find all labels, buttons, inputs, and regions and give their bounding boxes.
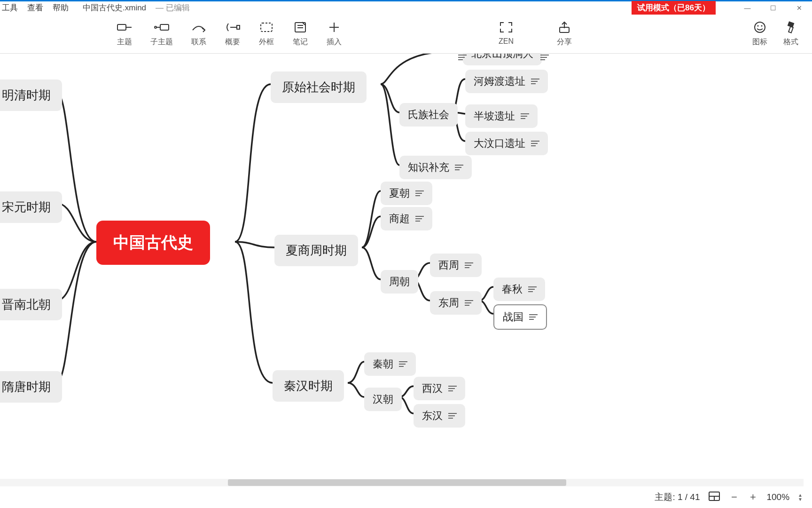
node-label: 夏商周时期 — [286, 242, 347, 259]
svg-rect-7 — [261, 23, 272, 32]
format-button[interactable]: 格式 — [783, 20, 799, 47]
node-banpo[interactable]: 半坡遗址 — [465, 104, 538, 128]
node-mingqing[interactable]: 明清时期 — [0, 79, 62, 111]
notes-icon — [465, 262, 473, 268]
note-button[interactable]: 笔记 — [292, 20, 308, 47]
node-label: 北京山顶洞人 — [471, 54, 533, 61]
zoom-level: 100% — [766, 492, 789, 502]
zen-label: ZEN — [499, 37, 514, 46]
notes-icon — [531, 141, 539, 146]
node-label: 氏族社会 — [408, 108, 449, 122]
horizontal-scrollbar-thumb[interactable] — [228, 479, 566, 486]
insert-button[interactable]: 插入 — [326, 20, 342, 47]
share-button[interactable]: 分享 — [556, 20, 572, 47]
node-songyuan[interactable]: 宋元时期 — [0, 191, 62, 223]
notes-icon — [528, 286, 537, 292]
menu-tools[interactable]: 工具 — [2, 2, 18, 13]
node-xia[interactable]: 夏朝 — [381, 182, 432, 205]
notes-icon — [415, 216, 424, 222]
summary-button[interactable]: 概要 — [225, 20, 241, 47]
relation-button[interactable]: 联系 — [191, 20, 207, 47]
notes-icon — [531, 79, 539, 84]
svg-point-17 — [761, 25, 763, 27]
subtopic-button[interactable]: 子主题 — [150, 20, 173, 47]
notes-icon — [448, 386, 457, 391]
menu-help[interactable]: 帮助 — [53, 2, 69, 13]
topic-icon — [117, 20, 133, 34]
format-icon — [783, 20, 799, 34]
node-label: 河姆渡遗址 — [474, 74, 525, 88]
notes-icon — [529, 314, 538, 320]
summary-icon — [225, 20, 241, 34]
node-label: 东周 — [438, 296, 459, 310]
menu-bar: 工具 查看 帮助 中国古代史.xmind — 已编辑 — [0, 2, 190, 13]
zoom-stepper-icon[interactable]: ▲▼ — [798, 493, 803, 501]
node-label: 秦汉时期 — [284, 378, 333, 394]
node-qin[interactable]: 秦朝 — [364, 352, 416, 376]
node-jinnanbei[interactable]: 晋南北朝 — [0, 289, 62, 320]
outline-icon[interactable] — [708, 491, 720, 504]
smiley-icon — [752, 20, 768, 34]
node-primitive[interactable]: 原始社会时期 — [271, 71, 367, 103]
node-label: 晋南北朝 — [2, 296, 51, 313]
minimize-button[interactable]: — — [734, 2, 760, 14]
insert-icon — [326, 20, 342, 34]
node-label: 知识补充 — [408, 160, 449, 175]
node-label: 宋元时期 — [2, 199, 51, 215]
node-chunqiu[interactable]: 春秋 — [493, 278, 545, 301]
menu-view[interactable]: 查看 — [27, 2, 43, 13]
topic-label: 主题 — [117, 37, 132, 47]
horizontal-scrollbar[interactable] — [0, 479, 804, 486]
node-xihan[interactable]: 西汉 — [414, 377, 465, 400]
close-button[interactable]: ✕ — [786, 2, 812, 14]
boundary-button[interactable]: 外框 — [258, 20, 274, 47]
topic-button[interactable]: 主题 — [117, 20, 133, 47]
node-qinhan[interactable]: 秦汉时期 — [273, 370, 344, 402]
notes-icon — [540, 54, 549, 60]
zen-button[interactable]: ZEN — [498, 20, 514, 47]
node-label: 半坡遗址 — [474, 109, 515, 123]
title-bar: 工具 查看 帮助 中国古代史.xmind — 已编辑 试用模式（已86天） — … — [0, 0, 812, 14]
node-label: 西汉 — [422, 381, 443, 396]
mindmap-canvas[interactable]: 明清时期 宋元时期 晋南北朝 隋唐时期 中国古代史 原始社会时期 夏商周时期 秦… — [0, 54, 812, 486]
svg-rect-0 — [117, 24, 126, 30]
svg-point-15 — [755, 22, 765, 32]
node-zhou[interactable]: 周朝 — [381, 270, 418, 294]
format-label: 格式 — [783, 37, 798, 47]
node-dongzhou[interactable]: 东周 — [430, 291, 482, 315]
zoom-out-button[interactable]: − — [729, 491, 739, 503]
node-label: 东汉 — [422, 409, 443, 423]
node-beijing[interactable]: 北京山顶洞人 — [463, 54, 542, 65]
node-donghan[interactable]: 东汉 — [414, 404, 465, 428]
node-label: 西周 — [438, 258, 459, 272]
node-clan[interactable]: 氏族社会 — [399, 103, 458, 127]
node-label: 中国古代史 — [113, 232, 193, 254]
node-knowledge[interactable]: 知识补充 — [399, 156, 472, 179]
node-shang[interactable]: 商超 — [381, 207, 432, 230]
node-dawenkou[interactable]: 大汶口遗址 — [465, 132, 548, 155]
share-icon — [556, 20, 572, 34]
node-xizhou[interactable]: 西周 — [430, 254, 482, 277]
node-suitang[interactable]: 隋唐时期 — [0, 371, 62, 403]
node-han[interactable]: 汉朝 — [364, 388, 402, 411]
boundary-icon — [258, 20, 274, 34]
notes-icon — [448, 413, 457, 419]
node-label: 明清时期 — [2, 87, 51, 103]
icon-panel-button[interactable]: 图标 — [752, 20, 768, 47]
summary-label: 概要 — [225, 37, 240, 47]
node-xiashangzhou[interactable]: 夏商周时期 — [274, 235, 358, 266]
node-zhanguo[interactable]: 战国 — [493, 304, 547, 330]
node-label: 战国 — [503, 310, 523, 324]
notes-icon — [521, 113, 529, 119]
zoom-in-button[interactable]: + — [748, 491, 758, 503]
note-label: 笔记 — [293, 37, 308, 47]
file-name: 中国古代史.xmind — [83, 2, 146, 13]
share-label: 分享 — [557, 37, 572, 47]
node-hemudu[interactable]: 河姆渡遗址 — [465, 70, 548, 93]
node-central[interactable]: 中国古代史 — [96, 221, 210, 265]
node-label: 周朝 — [389, 275, 410, 289]
maximize-button[interactable]: ☐ — [760, 2, 786, 14]
node-label: 原始社会时期 — [282, 79, 355, 95]
relation-icon — [191, 20, 207, 34]
node-label: 商超 — [389, 212, 410, 226]
